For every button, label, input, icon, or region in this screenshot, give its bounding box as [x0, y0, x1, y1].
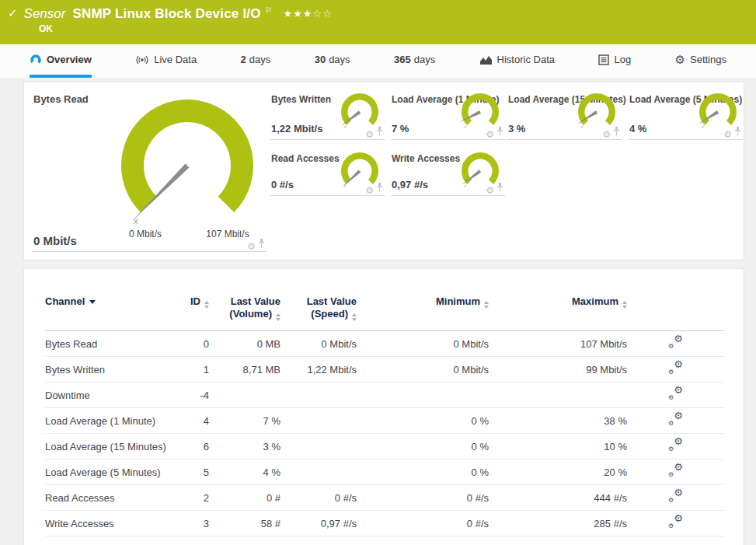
tab-log[interactable]: Log [598, 44, 631, 78]
gauge-actions: ⚙ [365, 125, 383, 139]
channel-settings-gears-icon[interactable]: ⚙⚙ [668, 490, 683, 503]
channel-value [280, 434, 357, 459]
tab-overview[interactable]: Overview [30, 44, 92, 78]
gear-icon[interactable]: ⚙ [247, 242, 256, 251]
tab-30-days[interactable]: 30days [315, 44, 350, 78]
channel-settings-gears-icon[interactable]: ⚙⚙ [668, 464, 683, 477]
channel-value: 4 % [209, 459, 280, 485]
gauge-card-bytes-written[interactable]: Bytes Written1,22 Mbit/s⚙ [270, 89, 385, 140]
channel-settings-gears-icon[interactable]: ⚙⚙ [668, 336, 683, 349]
channel-value [209, 383, 280, 408]
gauge-actions: ⚙ [365, 181, 383, 195]
channel-value [280, 459, 357, 485]
column-header-channel[interactable]: Channel [45, 291, 154, 331]
column-header-minimum[interactable]: Minimum [357, 291, 489, 331]
star-empty-icon[interactable]: ☆ [322, 8, 333, 19]
channel-settings-cell: ⚙⚙ [627, 511, 724, 536]
channel-row-load-average-15-minutes: Load Average (15 Minutes)63 %0 %10 %⚙⚙ [45, 434, 724, 459]
gear-icon[interactable]: ⚙ [602, 130, 611, 139]
channel-name: Bytes Written [45, 357, 154, 383]
column-header-last-value-speed[interactable]: Last Value(Speed) [280, 291, 357, 331]
pin-icon[interactable] [734, 125, 741, 139]
gauge-value: 0 #/s [271, 179, 294, 190]
channel-settings-gears-icon[interactable]: ⚙⚙ [668, 438, 683, 452]
tab-label: days [329, 54, 350, 65]
sensor-title: SNMP Linux Block Device I/O [72, 6, 260, 22]
tab-365-days[interactable]: 365days [394, 44, 435, 78]
channel-settings-cell: ⚙⚙ [627, 383, 724, 408]
pin-icon[interactable] [496, 181, 503, 195]
sensor-header: ✓ Sensor SNMP Linux Block Device I/O ⚐ ★… [0, 0, 756, 44]
pin-icon[interactable] [376, 181, 383, 195]
channel-value: 0 Mbit/s [357, 331, 489, 357]
pin-icon[interactable] [258, 237, 265, 251]
tab-2-days[interactable]: 2days [241, 44, 271, 78]
column-header-maximum[interactable]: Maximum [489, 291, 627, 331]
channel-settings-cell: ⚙⚙ [627, 459, 724, 485]
pin-icon-svg [376, 127, 383, 136]
gauge-value: 1,22 Mbit/s [271, 123, 322, 135]
gauge-min-label: 0 Mbit/s [110, 229, 181, 239]
channel-name: Write Accesses [45, 511, 154, 536]
gear-icon[interactable]: ⚙ [365, 186, 374, 195]
channel-value: 1,22 Mbit/s [280, 357, 357, 383]
pin-icon[interactable] [376, 125, 383, 139]
gear-icon[interactable]: ⚙ [365, 130, 374, 139]
channel-value: 0 % [357, 408, 489, 434]
gear-icon[interactable]: ⚙ [486, 130, 494, 139]
channel-value: 0,97 #/s [280, 511, 357, 536]
gear-icon[interactable]: ⚙ [486, 186, 494, 195]
pin-icon[interactable] [496, 125, 503, 139]
channel-value: -4 [154, 383, 209, 408]
channel-value: 0 [154, 331, 209, 357]
star-filled-icon[interactable]: ★ [293, 8, 303, 19]
channel-settings-gears-icon[interactable]: ⚙⚙ [668, 362, 683, 375]
star-empty-icon[interactable]: ☆ [313, 8, 323, 19]
column-header-last-value-volume[interactable]: Last Value(Volume) [209, 291, 280, 331]
channel-value: 3 % [209, 434, 280, 459]
gauge-card-bytes-read[interactable]: Bytes Read x̄ 0 Mbit/s 107 Mbit/s 0 Mbit… [32, 87, 267, 252]
gauge-average-marker: x̄ [134, 216, 138, 225]
priority-stars[interactable]: ★★★☆☆ [284, 8, 333, 19]
flag-icon[interactable]: ⚐ [265, 5, 273, 16]
channel-settings-cell: ⚙⚙ [627, 434, 724, 459]
channel-settings-gears-icon[interactable]: ⚙⚙ [668, 413, 683, 426]
gauge-card-load-average-15-minutes[interactable]: Load Average (15 Minutes)3 %⚙ [507, 89, 622, 140]
gauge-value: 0 Mbit/s [33, 234, 77, 247]
channel-value: 99 Mbit/s [489, 357, 627, 383]
gauge-actions: ⚙ [247, 237, 265, 251]
log-icon [598, 54, 609, 65]
gauge-card-load-average-5-minutes[interactable]: Load Average (5 Minutes)4 %⚙ [629, 89, 743, 140]
tab-number: 2 [241, 54, 246, 65]
column-header-id[interactable]: ID [154, 291, 209, 331]
gauge-card-load-average-1-minute[interactable]: Load Average (1 Minute)7 %⚙ [391, 89, 505, 140]
sort-toggle-icon [622, 301, 627, 309]
tab-live-data[interactable]: Live Data [135, 44, 197, 78]
tab-historic-data[interactable]: Historic Data [479, 44, 555, 78]
channel-name: Load Average (5 Minutes) [45, 459, 154, 485]
star-filled-icon[interactable]: ★ [284, 8, 294, 19]
gauge-title: Bytes Written [271, 94, 331, 105]
gauge-card-read-accesses[interactable]: Read Accesses0 #/s⚙ [270, 148, 385, 196]
channel-value [280, 383, 357, 408]
channel-value [489, 383, 627, 408]
pin-icon[interactable] [613, 125, 620, 139]
channel-row-write-accesses: Write Accesses358 #0,97 #/s0 #/s285 #/s⚙… [45, 511, 724, 536]
tab-label: days [414, 54, 435, 65]
channel-value: 38 % [489, 408, 627, 434]
prtg-sensor-page: ✓ Sensor SNMP Linux Block Device I/O ⚐ ★… [0, 0, 756, 545]
gauge-actions: ⚙ [723, 125, 741, 139]
channel-row-load-average-5-minutes: Load Average (5 Minutes)54 %0 %20 %⚙⚙ [45, 459, 724, 485]
channel-value: 5 [154, 459, 209, 485]
channel-settings-gears-icon[interactable]: ⚙⚙ [668, 515, 683, 529]
gauges-panel: Bytes Read x̄ 0 Mbit/s 107 Mbit/s 0 Mbit… [23, 82, 744, 260]
gear-icon[interactable]: ⚙ [723, 130, 732, 139]
channel-value: 0 Mbit/s [357, 357, 489, 383]
gauge-card-write-accesses[interactable]: Write Accesses0,97 #/s⚙ [391, 148, 505, 196]
channel-settings-gears-icon[interactable]: ⚙⚙ [668, 387, 683, 400]
gauge-value: 4 % [629, 123, 646, 135]
sort-toggle-icon [276, 313, 280, 321]
star-filled-icon[interactable]: ★ [303, 8, 313, 19]
tab-settings[interactable]: ⚙Settings [675, 44, 726, 78]
sort-toggle-icon [204, 301, 209, 309]
